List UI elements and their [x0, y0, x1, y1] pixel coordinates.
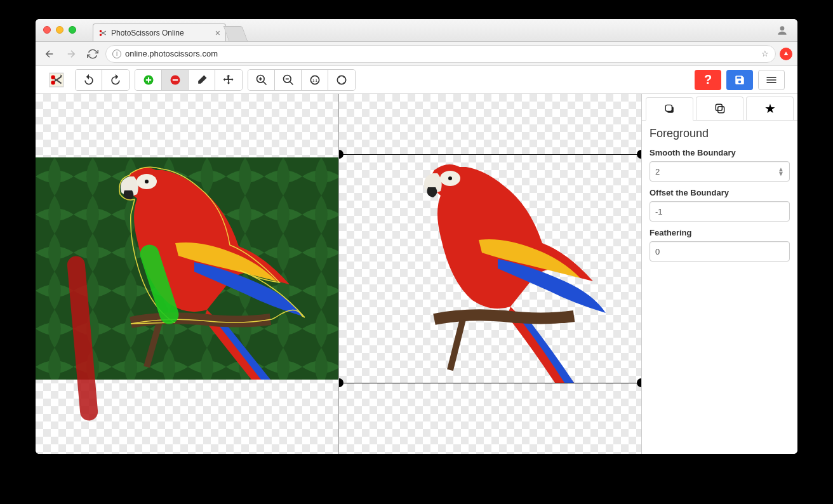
original-image-panel[interactable]: [36, 94, 339, 454]
result-image: [339, 154, 643, 389]
zoom-actual-button[interactable]: 1:1: [302, 70, 328, 90]
forward-button[interactable]: [62, 45, 80, 63]
window-titlebar: PhotoScissors Online ×: [36, 19, 797, 42]
background-tab-icon: [714, 102, 726, 115]
address-bar-row: i online.photoscissors.com ☆: [36, 42, 797, 66]
redo-button[interactable]: [102, 70, 129, 90]
svg-point-18: [448, 176, 452, 180]
svg-point-16: [145, 180, 149, 183]
tab-title: PhotoScissors Online: [111, 29, 184, 37]
extension-icon[interactable]: [780, 48, 792, 60]
offset-label: Offset the Boundary: [650, 188, 790, 197]
browser-tab[interactable]: PhotoScissors Online ×: [93, 23, 226, 41]
back-button[interactable]: [41, 45, 58, 63]
window-controls: [43, 26, 76, 34]
eraser-button[interactable]: [189, 70, 215, 90]
panel-title: Foreground: [650, 127, 790, 140]
feathering-input[interactable]: [650, 241, 790, 262]
star-tab-icon: ★: [764, 101, 776, 116]
scissors-icon: [98, 29, 107, 37]
url-text: online.photoscissors.com: [125, 49, 218, 58]
select-arrows-icon: ▲▼: [778, 167, 784, 176]
zoom-fit-button[interactable]: [328, 70, 355, 90]
zoom-out-button[interactable]: [275, 70, 302, 90]
close-window-button[interactable]: [43, 26, 51, 34]
save-button[interactable]: [726, 70, 753, 90]
move-button[interactable]: [215, 70, 242, 90]
svg-text:1:1: 1:1: [312, 78, 317, 82]
offset-input[interactable]: [650, 201, 790, 222]
maximize-window-button[interactable]: [69, 26, 76, 34]
foreground-tab[interactable]: [646, 97, 693, 121]
history-group: [75, 69, 130, 91]
smooth-value: 2: [655, 167, 660, 176]
profile-icon[interactable]: [776, 24, 789, 37]
foreground-tab-icon: [663, 103, 676, 116]
svg-rect-20: [665, 105, 672, 111]
effects-tab[interactable]: ★: [746, 96, 794, 120]
svg-rect-22: [717, 107, 724, 113]
zoom-group: 1:1: [248, 69, 356, 91]
mark-background-button[interactable]: [162, 70, 189, 90]
properties-panel: ★ Foreground Smooth the Boundary 2 ▲▼ Of…: [642, 94, 797, 454]
bookmark-star-icon[interactable]: ☆: [761, 49, 769, 58]
site-info-icon[interactable]: i: [112, 50, 121, 58]
menu-button[interactable]: [758, 70, 785, 90]
smooth-label: Smooth the Boundary: [650, 148, 790, 157]
new-tab-button[interactable]: [223, 26, 248, 41]
address-bar[interactable]: i online.photoscissors.com ☆: [105, 45, 776, 63]
panel-tabs: ★: [642, 94, 797, 121]
smooth-select[interactable]: 2 ▲▼: [650, 161, 790, 182]
marker-group: [135, 69, 243, 91]
mark-foreground-button[interactable]: [135, 70, 162, 90]
browser-window: PhotoScissors Online × i online.photosci…: [36, 19, 797, 454]
panel-body: Foreground Smooth the Boundary 2 ▲▼ Offs…: [642, 121, 797, 268]
minimize-window-button[interactable]: [56, 26, 63, 34]
close-tab-button[interactable]: ×: [215, 28, 220, 38]
background-tab[interactable]: [696, 96, 743, 120]
undo-button[interactable]: [76, 70, 102, 90]
original-image: [36, 157, 339, 380]
svg-rect-21: [716, 104, 722, 110]
content-area: ★ Foreground Smooth the Boundary 2 ▲▼ Of…: [36, 94, 797, 454]
app-toolbar: 1:1 ?: [36, 66, 797, 94]
app-logo-icon: [48, 72, 65, 88]
svg-point-2: [780, 26, 785, 30]
zoom-in-button[interactable]: [248, 70, 275, 90]
reload-button[interactable]: [84, 45, 102, 63]
result-image-panel[interactable]: [339, 94, 643, 454]
feathering-label: Feathering: [650, 228, 790, 237]
help-button[interactable]: ?: [695, 70, 721, 90]
